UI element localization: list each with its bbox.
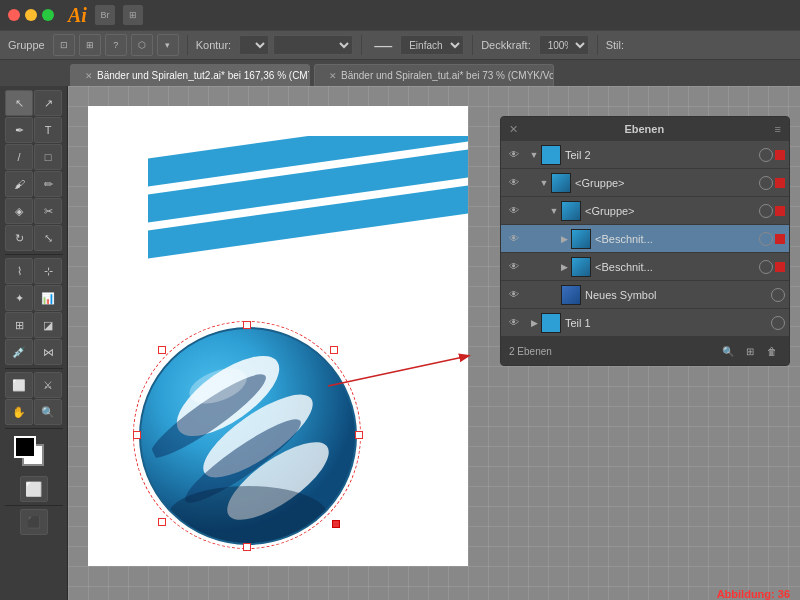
tool-row-5: ◈ ✂: [5, 198, 62, 224]
workspace-icon[interactable]: ⊞: [123, 5, 143, 25]
pen-tool[interactable]: ✒: [5, 117, 33, 143]
tab-1-close[interactable]: ✕: [85, 71, 93, 81]
eraser-tool[interactable]: ◈: [5, 198, 33, 224]
rotate-tool[interactable]: ↻: [5, 225, 33, 251]
layer-visibility-symbol[interactable]: 👁: [505, 286, 523, 304]
layer-dot-beschnit1: [759, 232, 773, 246]
free-transform-tool[interactable]: ⊹: [34, 258, 62, 284]
path-icon[interactable]: ⬡: [131, 34, 153, 56]
tool-row-6: ↻ ⤡: [5, 225, 62, 251]
pencil-tool[interactable]: ✏: [34, 171, 62, 197]
paintbrush-tool[interactable]: 🖌: [5, 171, 33, 197]
foreground-color[interactable]: [14, 436, 36, 458]
handle-top[interactable]: [243, 321, 251, 329]
mesh-tool[interactable]: ⊞: [5, 312, 33, 338]
layer-visibility-teil1[interactable]: 👁: [505, 314, 523, 332]
handle-tl[interactable]: [158, 346, 166, 354]
layers-close-button[interactable]: ✕: [509, 123, 518, 136]
hand-tool[interactable]: ✋: [5, 399, 33, 425]
symbol-tool[interactable]: ✦: [5, 285, 33, 311]
sphere-object[interactable]: [128, 316, 368, 556]
tool-row-8: ✦ 📊: [5, 285, 62, 311]
app-logo: Ai: [68, 4, 87, 27]
select-tool[interactable]: ↖: [5, 90, 33, 116]
blend-tool[interactable]: ⋈: [34, 339, 62, 365]
layers-new-icon[interactable]: ⊞: [741, 342, 759, 360]
minimize-button[interactable]: [25, 9, 37, 21]
layer-expand-gruppe1[interactable]: ▼: [537, 176, 551, 190]
layer-expand-teil2[interactable]: ▼: [527, 148, 541, 162]
question-icon[interactable]: ?: [105, 34, 127, 56]
handle-tr[interactable]: [330, 346, 338, 354]
layer-row-beschnit2[interactable]: 👁 ▶ <Beschnit...: [501, 253, 789, 281]
screen-mode-tool[interactable]: ⬛: [20, 509, 48, 535]
canvas-area[interactable]: ✕ Ebenen ≡ 👁 ▼ Teil 2 👁: [68, 86, 800, 600]
bridge-icon[interactable]: Br: [95, 5, 115, 25]
layers-list: 👁 ▼ Teil 2 👁 ▼ <Gruppe>: [501, 141, 789, 337]
tool-row-10: 💉 ⋈: [5, 339, 62, 365]
status-text: Abbildung: 36: [717, 588, 790, 600]
layer-thumb-symbol: [561, 285, 581, 305]
layer-expand-beschnit1[interactable]: ▶: [557, 232, 571, 246]
close-button[interactable]: [8, 9, 20, 21]
shape-tool[interactable]: □: [34, 144, 62, 170]
direct-select-tool[interactable]: ↗: [34, 90, 62, 116]
transform-icon[interactable]: ⊡: [53, 34, 75, 56]
layers-expand-button[interactable]: ≡: [775, 123, 781, 135]
handle-bottom[interactable]: [243, 543, 251, 551]
layer-row-teil2[interactable]: 👁 ▼ Teil 2: [501, 141, 789, 169]
kontur-select[interactable]: [239, 35, 269, 55]
line-tool[interactable]: /: [5, 144, 33, 170]
deckkraft-select[interactable]: 100%: [539, 35, 589, 55]
layer-visibility-beschnit2[interactable]: 👁: [505, 258, 523, 276]
separator1: [187, 35, 188, 55]
tab-1[interactable]: ✕ Bänder und Spiralen_tut2.ai* bei 167,3…: [70, 64, 310, 86]
layer-visibility-teil2[interactable]: 👁: [505, 146, 523, 164]
align-icon[interactable]: ⊞: [79, 34, 101, 56]
layer-dot-beschnit2: [759, 260, 773, 274]
layer-visibility-gruppe1[interactable]: 👁: [505, 174, 523, 192]
layer-row-beschnit1[interactable]: 👁 ▶ <Beschnit...: [501, 225, 789, 253]
warp-tool[interactable]: ⌇: [5, 258, 33, 284]
scissors-tool[interactable]: ✂: [34, 198, 62, 224]
handle-br[interactable]: [332, 520, 340, 528]
gradient-tool[interactable]: ◪: [34, 312, 62, 338]
layers-trash-icon[interactable]: 🗑: [763, 342, 781, 360]
eyedropper-tool[interactable]: 💉: [5, 339, 33, 365]
layer-name-beschnit2: <Beschnit...: [595, 261, 757, 273]
handle-bl[interactable]: [158, 518, 166, 526]
tab-2-close[interactable]: ✕: [329, 71, 337, 81]
type-tool[interactable]: T: [34, 117, 62, 143]
layer-expand-teil1[interactable]: ▶: [527, 316, 541, 330]
slice-tool[interactable]: ⚔: [34, 372, 62, 398]
layer-row-teil1[interactable]: 👁 ▶ Teil 1: [501, 309, 789, 337]
zoom-tool[interactable]: 🔍: [34, 399, 62, 425]
toolbar: ↖ ↗ ✒ T / □ 🖌 ✏ ◈ ✂ ↻ ⤡ ⌇ ⊹ ✦ 📊: [0, 86, 68, 600]
tool-row-9: ⊞ ◪: [5, 312, 62, 338]
kontur-value-select[interactable]: [273, 35, 353, 55]
adidas-stripes: [148, 136, 468, 266]
layer-visibility-gruppe2[interactable]: 👁: [505, 202, 523, 220]
maximize-button[interactable]: [42, 9, 54, 21]
layer-row-symbol[interactable]: 👁 ▶ Neues Symbol: [501, 281, 789, 309]
layer-expand-beschnit2[interactable]: ▶: [557, 260, 571, 274]
color-mode-none[interactable]: ⬜: [20, 476, 48, 502]
layer-color-beschnit2: [775, 262, 785, 272]
layer-visibility-beschnit1[interactable]: 👁: [505, 230, 523, 248]
tab-2[interactable]: ✕ Bänder und Spiralen_tut.ai* bei 73 % (…: [314, 64, 554, 86]
handle-right[interactable]: [355, 431, 363, 439]
layer-row-gruppe1[interactable]: 👁 ▼ <Gruppe>: [501, 169, 789, 197]
layers-search-icon[interactable]: 🔍: [719, 342, 737, 360]
artboard: [88, 106, 468, 566]
layer-thumb-gruppe1: [551, 173, 571, 193]
separator4: [597, 35, 598, 55]
path2-icon[interactable]: ▾: [157, 34, 179, 56]
titlebar: Ai Br ⊞: [0, 0, 800, 30]
graph-tool[interactable]: 📊: [34, 285, 62, 311]
artboard-tool[interactable]: ⬜: [5, 372, 33, 398]
handle-left[interactable]: [133, 431, 141, 439]
layer-row-gruppe2[interactable]: 👁 ▼ <Gruppe>: [501, 197, 789, 225]
scale-tool[interactable]: ⤡: [34, 225, 62, 251]
einfach-select[interactable]: Einfach: [400, 35, 464, 55]
layer-expand-gruppe2[interactable]: ▼: [547, 204, 561, 218]
